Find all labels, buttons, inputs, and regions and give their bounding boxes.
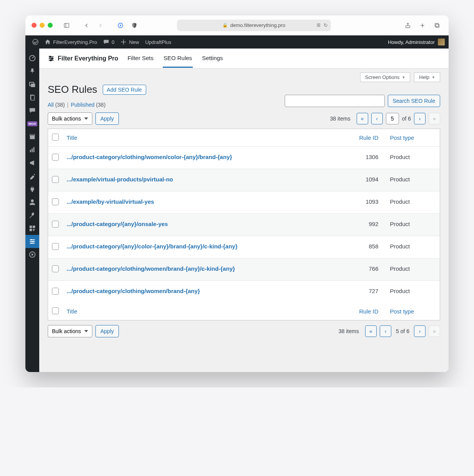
search-button[interactable]: Search SEO Rule xyxy=(388,95,441,107)
comments-icon[interactable] xyxy=(25,104,39,117)
tab-seo-rules[interactable]: SEO Rules xyxy=(163,49,193,68)
new-tab-icon[interactable] xyxy=(417,20,428,31)
prev-page-button-bottom[interactable]: ‹ xyxy=(380,325,391,337)
users-icon[interactable] xyxy=(25,196,39,209)
bulk-actions-select[interactable]: Bulk actions xyxy=(48,112,92,125)
search-input[interactable] xyxy=(285,95,385,107)
pages-icon[interactable] xyxy=(25,91,39,104)
avatar[interactable] xyxy=(438,39,445,45)
appearance-icon[interactable] xyxy=(25,169,39,183)
svg-rect-15 xyxy=(30,135,35,139)
minimize-window-icon[interactable] xyxy=(40,23,45,28)
new-content-link[interactable]: New xyxy=(117,35,142,49)
tabs-overview-icon[interactable] xyxy=(432,20,442,31)
howdy-text[interactable]: Howdy, Administrator xyxy=(388,39,435,45)
row-title-link[interactable]: .../product-category/clothing/women/colo… xyxy=(67,154,232,160)
svg-rect-23 xyxy=(30,229,32,231)
col-rule-id[interactable]: Rule ID xyxy=(344,129,386,147)
svg-point-24 xyxy=(31,239,32,241)
row-checkbox[interactable] xyxy=(52,265,59,272)
filter-everything-icon[interactable] xyxy=(25,235,39,248)
add-seo-rule-button[interactable]: Add SEO Rule xyxy=(103,85,146,95)
row-title-link[interactable]: .../product-category/{any}/onsale-yes xyxy=(67,221,168,227)
select-all-checkbox[interactable] xyxy=(52,134,59,141)
table-row: .../example/virtual-products/pvirtual-no… xyxy=(48,169,440,191)
close-window-icon[interactable] xyxy=(32,23,37,28)
site-link[interactable]: FilterEverything.Pro xyxy=(42,35,100,49)
apply-button-bottom[interactable]: Apply xyxy=(95,325,119,337)
privacy-shield-icon[interactable] xyxy=(129,20,140,31)
row-post-type: Product xyxy=(386,147,440,169)
plugins-icon[interactable] xyxy=(25,183,39,196)
comments-link[interactable]: 0 xyxy=(100,35,117,49)
reload-icon[interactable]: ↻ xyxy=(324,22,328,28)
row-checkbox[interactable] xyxy=(52,243,59,250)
pin-icon[interactable] xyxy=(25,65,39,78)
col-title-foot[interactable]: Title xyxy=(63,303,344,320)
translate-icon[interactable]: ⊞ xyxy=(317,22,320,28)
new-label: New xyxy=(129,39,139,45)
row-title-link[interactable]: .../product-category/clothing/women/bran… xyxy=(67,265,235,272)
svg-rect-0 xyxy=(64,23,69,27)
last-page-button-bottom[interactable]: » xyxy=(429,325,440,337)
url-bar[interactable]: 🔒 demo.filtereverything.pro ⊞ ↻ xyxy=(177,20,331,31)
row-post-type: Product xyxy=(386,214,440,236)
row-checkbox[interactable] xyxy=(52,154,59,161)
col-post-type[interactable]: Post type xyxy=(386,129,440,147)
svg-point-29 xyxy=(50,56,51,57)
tools-icon[interactable] xyxy=(25,209,39,222)
row-checkbox[interactable] xyxy=(52,288,59,295)
filter-all[interactable]: All xyxy=(48,102,54,108)
autoplay-icon[interactable] xyxy=(115,20,126,31)
last-page-button[interactable]: » xyxy=(429,113,440,124)
help-button[interactable]: Help xyxy=(414,72,440,82)
first-page-button[interactable]: « xyxy=(357,113,368,124)
tablenav-bottom: Bulk actions Apply 38 items « ‹ 5 of 6 ›… xyxy=(48,325,440,337)
media-icon[interactable] xyxy=(25,78,39,91)
forward-icon[interactable] xyxy=(95,20,106,31)
plugin-brand: Filter Everything Pro xyxy=(48,55,118,62)
row-title-link[interactable]: .../product-category/clothing/women/bran… xyxy=(67,288,200,294)
bulk-actions-select-bottom[interactable]: Bulk actions xyxy=(48,325,92,337)
filter-published[interactable]: Published xyxy=(71,102,95,108)
col-post-type-foot[interactable]: Post type xyxy=(386,303,440,320)
marketing-icon[interactable] xyxy=(25,156,39,169)
next-page-button-bottom[interactable]: › xyxy=(414,325,426,337)
apply-button[interactable]: Apply xyxy=(95,112,119,125)
current-page-input[interactable] xyxy=(386,113,399,124)
sidebar-toggle-icon[interactable] xyxy=(61,20,72,31)
row-title-link[interactable]: .../product-category/{any}/color-{any}/b… xyxy=(67,243,237,250)
back-icon[interactable] xyxy=(81,20,92,31)
traffic-lights xyxy=(32,23,53,28)
share-icon[interactable] xyxy=(402,20,413,31)
row-post-type: Product xyxy=(386,169,440,191)
row-post-type: Product xyxy=(386,191,440,214)
svg-rect-16 xyxy=(30,134,35,136)
maximize-window-icon[interactable] xyxy=(48,23,53,28)
row-rule-id: 1306 xyxy=(344,147,386,169)
row-checkbox[interactable] xyxy=(52,176,59,183)
select-all-checkbox-bottom[interactable] xyxy=(52,307,59,314)
next-page-button[interactable]: › xyxy=(414,113,426,124)
col-rule-id-foot[interactable]: Rule ID xyxy=(344,303,386,320)
first-page-button-bottom[interactable]: « xyxy=(365,325,377,337)
woocommerce-icon[interactable]: WOO xyxy=(25,117,39,130)
row-checkbox[interactable] xyxy=(52,198,59,205)
row-post-type: Product xyxy=(386,258,440,281)
screen-options-button[interactable]: Screen Options xyxy=(360,72,411,82)
analytics-icon[interactable] xyxy=(25,143,39,156)
dashboard-icon[interactable] xyxy=(25,52,39,65)
updraft-link[interactable]: UpdraftPlus xyxy=(142,35,174,49)
wp-logo-icon[interactable] xyxy=(29,35,42,49)
tab-settings[interactable]: Settings xyxy=(201,49,224,68)
prev-page-button[interactable]: ‹ xyxy=(371,113,383,124)
row-title-link[interactable]: .../example/virtual-products/pvirtual-no xyxy=(67,176,173,183)
products-icon[interactable] xyxy=(25,130,39,143)
row-rule-id: 858 xyxy=(344,236,386,258)
col-title[interactable]: Title xyxy=(63,129,344,147)
tab-filter-sets[interactable]: Filter Sets xyxy=(127,49,154,68)
row-checkbox[interactable] xyxy=(52,221,59,228)
collapse-menu-icon[interactable] xyxy=(25,248,39,261)
settings-widgets-icon[interactable] xyxy=(25,222,39,235)
row-title-link[interactable]: .../example/by-virtual/virtual-yes xyxy=(67,198,154,205)
